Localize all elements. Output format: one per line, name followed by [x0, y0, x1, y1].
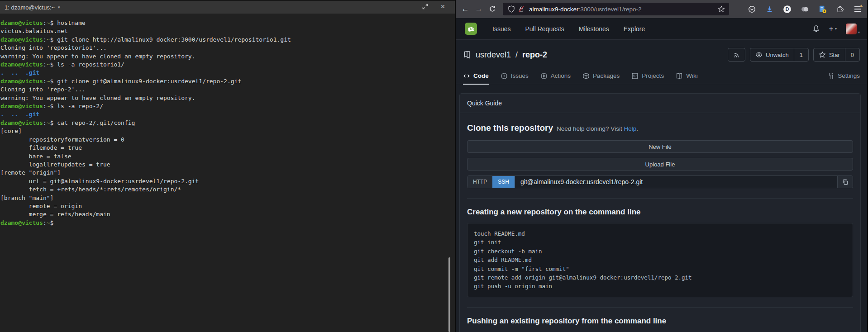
gitea-logo[interactable]: [465, 23, 477, 35]
tab-packages[interactable]: Packages: [582, 68, 620, 84]
extension-circles-icon[interactable]: [800, 4, 810, 14]
terminal-text-segment: $: [50, 61, 57, 68]
new-file-button[interactable]: New File: [467, 140, 853, 153]
terminal-text-segment: $: [50, 19, 57, 26]
section-divider: [467, 198, 853, 199]
ssh-protocol-button[interactable]: SSH: [492, 176, 515, 188]
clone-url-input[interactable]: git@almalinux9-docker:usrdevel1/repo-2.g…: [515, 176, 837, 188]
rss-button[interactable]: [728, 48, 745, 62]
downloads-icon[interactable]: [764, 4, 774, 14]
terminal-text-segment: :: [43, 119, 47, 126]
create-new-dropdown[interactable]: +▾: [829, 25, 837, 33]
pocket-icon[interactable]: [747, 4, 757, 14]
repo-name-link[interactable]: repo-2: [522, 50, 547, 60]
create-repo-heading: Creating a new repository on the command…: [467, 208, 853, 217]
terminal-line: [branch "main"]: [0, 194, 455, 202]
terminal-text-segment: ~: [47, 219, 50, 226]
help-link[interactable]: Help: [624, 125, 636, 132]
nav-item-issues[interactable]: Issues: [492, 25, 510, 33]
terminal-text-segment: $: [50, 78, 57, 85]
settings-tools-icon: [827, 72, 835, 80]
url-text[interactable]: almalinux9-docker:3000/usrdevel1/repo-2: [529, 6, 716, 13]
terminal-text-segment: :: [43, 61, 47, 68]
tab-actions[interactable]: Actions: [540, 68, 571, 84]
tab-issues[interactable]: Issues: [501, 68, 529, 84]
watchers-count[interactable]: 1: [794, 48, 808, 61]
repo-separator: /: [515, 50, 518, 60]
create-repo-code-block[interactable]: touch README.md git init git checkout -b…: [467, 223, 853, 297]
repo-action-buttons: Unwatch 1 Star 0: [728, 48, 860, 62]
terminal-window-buttons: ×: [421, 3, 447, 10]
terminal-line: dzamo@victus:~$: [0, 219, 455, 227]
terminal-line: dzamo@victus:~$ ls -a repo-2/: [0, 102, 455, 110]
unwatch-button[interactable]: Unwatch: [750, 48, 794, 61]
extension-doc-download-icon[interactable]: [817, 4, 827, 14]
terminal-text-segment: ls -a repo-2/: [57, 103, 103, 109]
gitea-navbar: Issues Pull Requests Milestones Explore …: [456, 18, 867, 40]
clone-heading-row: Clone this repository Need help cloning?…: [467, 123, 853, 133]
terminal-text-segment: :: [43, 36, 47, 43]
terminal-text-segment: .: [0, 111, 4, 118]
restore-window-icon[interactable]: [421, 3, 429, 10]
terminal-titlebar[interactable]: 1: dzamo@victus:~ ▾ ×: [0, 0, 455, 14]
eye-icon: [755, 51, 763, 58]
reload-button[interactable]: [486, 3, 499, 15]
user-menu[interactable]: ▾: [846, 24, 860, 34]
menu-hamburger-icon[interactable]: [853, 4, 863, 14]
terminal-text-segment: dzamo@victus: [0, 19, 43, 26]
url-host: almalinux9-docker: [529, 6, 579, 13]
close-window-icon[interactable]: ×: [439, 3, 447, 10]
tab-projects[interactable]: Projects: [631, 68, 664, 84]
screen: 1: dzamo@victus:~ ▾ × dzamo@victus:~$ ho…: [0, 0, 868, 332]
repo-owner-link[interactable]: usrdevel1: [476, 50, 511, 60]
copy-url-button[interactable]: [837, 176, 853, 188]
bookmark-star-icon[interactable]: [716, 4, 726, 14]
terminal-text-segment: victus.balaitus.net: [0, 28, 68, 34]
shield-icon[interactable]: [506, 4, 516, 14]
repo-header: usrdevel1 / repo-2: [456, 40, 867, 68]
terminal-text-segment: hostname: [57, 19, 86, 26]
url-bar[interactable]: almalinux9-docker:3000/usrdevel1/repo-2: [503, 3, 729, 15]
terminal-line: dzamo@victus:~$ cat repo-2/.git/config: [0, 119, 455, 127]
extensions-puzzle-icon[interactable]: [835, 4, 845, 14]
issue-icon: [501, 72, 508, 80]
project-board-icon: [631, 72, 639, 80]
terminal-text-segment: warning: You appear to have cloned an em…: [0, 53, 195, 60]
tab-wiki[interactable]: Wiki: [676, 68, 698, 84]
terminal-text-segment: .: [0, 69, 4, 76]
terminal-scrollbar[interactable]: [448, 257, 450, 332]
tab-settings[interactable]: Settings: [827, 68, 860, 84]
terminal-text-segment: fetch = +refs/heads/*:refs/remotes/origi…: [0, 186, 181, 193]
repo-tabs: Code Issues Actions: [456, 68, 867, 84]
terminal-text-segment: .git: [25, 111, 39, 118]
terminal-line: [core]: [0, 127, 455, 135]
extension-d-icon[interactable]: D: [782, 4, 792, 14]
clone-heading: Clone this repository: [467, 123, 553, 133]
terminal-title-text: 1: dzamo@victus:~: [5, 4, 55, 11]
nav-item-milestones[interactable]: Milestones: [579, 25, 609, 33]
upload-file-button[interactable]: Upload File: [467, 158, 853, 171]
terminal-line: url = git@almalinux9-docker:usrdevel1/re…: [0, 177, 455, 185]
terminal-line: merge = refs/heads/main: [0, 210, 455, 218]
http-protocol-button[interactable]: HTTP: [467, 176, 492, 188]
nav-item-pull-requests[interactable]: Pull Requests: [525, 25, 564, 33]
terminal-text-segment: :: [43, 103, 47, 109]
chevron-down-icon[interactable]: ▾: [58, 5, 60, 9]
stars-count[interactable]: 0: [845, 48, 859, 61]
terminal-text-segment: ..: [11, 69, 18, 76]
terminal-text-segment: ~: [47, 19, 50, 26]
back-button[interactable]: ←: [458, 3, 472, 15]
nav-item-explore[interactable]: Explore: [624, 25, 645, 33]
terminal-text-segment: $: [50, 103, 57, 109]
insecure-lock-icon[interactable]: [516, 4, 526, 14]
svg-text:D: D: [785, 6, 789, 12]
terminal-text-segment: :: [43, 19, 47, 26]
forward-button[interactable]: →: [472, 3, 486, 15]
terminal-body[interactable]: dzamo@victus:~$ hostnamevictus.balaitus.…: [0, 14, 455, 227]
star-button[interactable]: Star: [814, 48, 845, 61]
terminal-text-segment: git clone http://almalinux9-docker:3000/…: [57, 36, 291, 43]
notifications-bell-icon[interactable]: [812, 25, 820, 33]
tab-code[interactable]: Code: [463, 68, 489, 84]
terminal-text-segment: bare = false: [0, 153, 72, 160]
terminal-text-segment: git clone git@almalinux9-docker:usrdevel…: [57, 78, 241, 85]
